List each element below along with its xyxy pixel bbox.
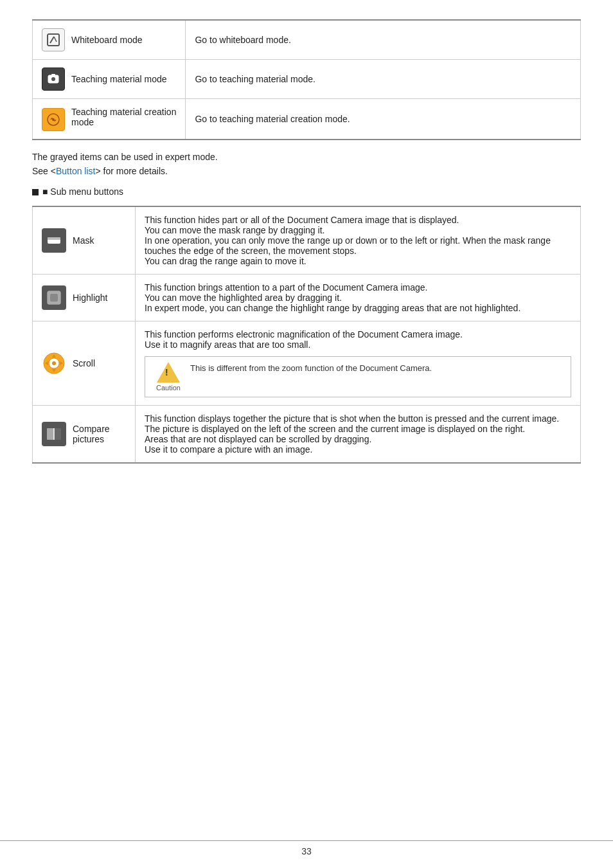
teaching-creation-icon [42, 108, 65, 131]
button-list-link[interactable]: Button list [56, 166, 95, 176]
caution-box: Caution This is different from the zoom … [145, 356, 571, 397]
svg-line-2 [54, 37, 57, 42]
sub-menu-table: Mask This function hides part or all of … [32, 206, 581, 464]
svg-rect-16 [58, 291, 60, 304]
teaching-material-mode-label: Teaching material mode [71, 74, 167, 84]
scroll-icon [42, 351, 66, 375]
sub-row-mask: Mask This function hides part or all of … [33, 206, 581, 275]
scroll-desc-text: This function performs electronic magnif… [145, 329, 463, 350]
compare-icon-cell: Compare pictures [33, 406, 136, 464]
teaching-material-mode-description: Go to teaching material mode. [186, 60, 581, 99]
whiteboard-mode-description: Go to whiteboard mode. [186, 20, 581, 60]
svg-rect-26 [54, 428, 61, 440]
mask-description: This function hides part or all of the D… [136, 206, 581, 275]
mode-row-whiteboard: Whiteboard mode Go to whiteboard mode. [33, 20, 581, 60]
sub-menu-heading-text: ■ Sub menu buttons [42, 186, 123, 197]
mode-row-teaching-material: Teaching material mode Go to teaching ma… [33, 60, 581, 99]
highlight-icon [42, 285, 66, 310]
caution-text: This is different from the zoom function… [190, 362, 432, 373]
button-list-line: See <Button list> for more details. [32, 166, 581, 176]
svg-rect-5 [51, 74, 55, 76]
compare-label: Compare pictures [73, 424, 126, 444]
caution-label: Caution [156, 384, 181, 392]
svg-point-19 [52, 361, 56, 365]
sub-menu-heading: ■ Sub menu buttons [32, 186, 581, 197]
svg-rect-9 [48, 237, 60, 240]
button-list-post: > for more details. [95, 166, 167, 176]
mask-icon-cell: Mask [33, 206, 136, 275]
highlight-label: Highlight [73, 293, 107, 303]
expert-mode-text: The grayed items can be used in expert m… [32, 152, 581, 162]
highlight-description: This function brings attention to a part… [136, 275, 581, 321]
page-number: 33 [0, 840, 613, 856]
svg-rect-15 [48, 291, 50, 304]
mode-row-teaching-creation: Teaching material creation mode Go to te… [33, 99, 581, 140]
teaching-material-icon [42, 68, 65, 91]
compare-description: This function displays together the pict… [136, 406, 581, 464]
svg-line-1 [50, 37, 54, 43]
mode-icon-cell-teaching-creation: Teaching material creation mode [33, 99, 186, 140]
mask-desc-text: This function hides part or all of the D… [145, 215, 551, 266]
caution-triangle-icon [157, 362, 180, 383]
mode-icon-cell-whiteboard: Whiteboard mode [33, 20, 186, 60]
compare-desc-text: This function displays together the pict… [145, 413, 559, 455]
scroll-description: This function performs electronic magnif… [136, 321, 581, 406]
teaching-creation-mode-description: Go to teaching material creation mode. [186, 99, 581, 140]
sub-row-scroll: Scroll This function performs electronic… [33, 321, 581, 406]
mask-label: Mask [73, 235, 94, 246]
scroll-icon-cell: Scroll [33, 321, 136, 406]
svg-rect-12 [50, 294, 58, 302]
whiteboard-mode-label: Whiteboard mode [71, 35, 143, 45]
compare-icon [42, 422, 66, 446]
scroll-label: Scroll [73, 358, 95, 368]
button-list-pre: See < [32, 166, 56, 176]
svg-rect-0 [48, 34, 59, 46]
svg-point-4 [51, 77, 55, 81]
svg-rect-25 [47, 428, 54, 440]
bullet-icon [32, 189, 39, 195]
highlight-icon-cell: Highlight [33, 275, 136, 321]
teaching-creation-label-line2: mode [71, 117, 176, 127]
whiteboard-icon [42, 28, 65, 51]
svg-point-7 [52, 118, 55, 121]
teaching-creation-label-line1: Teaching material creation [71, 107, 176, 117]
highlight-desc-text: This function brings attention to a part… [145, 282, 520, 313]
sub-row-highlight: Highlight This function brings attention… [33, 275, 581, 321]
sub-row-compare: Compare pictures This function displays … [33, 406, 581, 464]
mode-table: Whiteboard mode Go to whiteboard mode. [32, 19, 581, 140]
mode-icon-cell-teaching-material: Teaching material mode [33, 60, 186, 99]
caution-icon-wrap: Caution [153, 362, 184, 392]
mask-icon [42, 228, 66, 253]
